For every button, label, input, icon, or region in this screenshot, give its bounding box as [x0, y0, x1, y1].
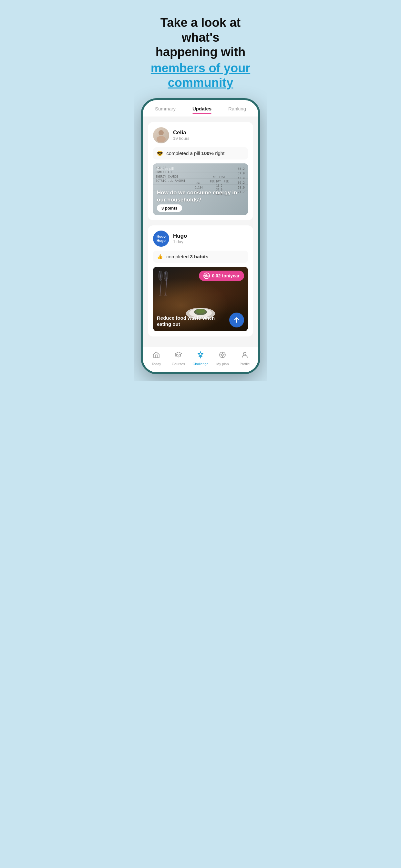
nav-profile[interactable]: Profile — [236, 351, 253, 366]
hugo-activity-habits: 3 habits — [190, 254, 209, 259]
courses-icon — [175, 351, 182, 361]
arrow-up-icon — [234, 317, 240, 323]
svg-point-1 — [157, 136, 166, 142]
celia-activity-emoji: 😎 — [157, 151, 163, 156]
profile-icon — [241, 351, 249, 361]
celia-time: 19 hours — [173, 136, 189, 141]
hugo-time: 1 day — [173, 239, 187, 244]
phone-inner: Summary Updates Ranking — [143, 100, 258, 372]
svg-point-11 — [221, 354, 223, 356]
course-card[interactable]: ACE OFRNMENT FEEENERGY CHARGEECTRIC...L … — [153, 163, 248, 215]
course-points: 3 points — [157, 205, 182, 212]
hugo-activity-text-pre: completed — [166, 254, 189, 259]
challenge-title: Reduce food waste when eating out — [157, 315, 219, 328]
tab-ranking[interactable]: Ranking — [228, 106, 246, 114]
tab-summary[interactable]: Summary — [155, 106, 176, 114]
svg-point-3 — [164, 271, 168, 281]
svg-text:CO₂: CO₂ — [206, 275, 209, 277]
post-card-celia: Celia 19 hours 😎 completed a pill 100% r… — [148, 122, 253, 220]
myplan-icon — [219, 351, 226, 361]
nav-challenge-label: Challenge — [192, 362, 209, 366]
cloud-icon: CO₂ — [204, 274, 209, 278]
hugo-activity-emoji: 👍 — [157, 254, 163, 259]
feed-content: Celia 19 hours 😎 completed a pill 100% r… — [143, 117, 258, 347]
home-icon — [152, 351, 160, 361]
hugo-activity: 👍 completed 3 habits — [153, 251, 248, 263]
avatar-person-icon — [155, 129, 167, 142]
nav-myplan[interactable]: My plan — [214, 351, 232, 366]
avatar-celia — [153, 127, 169, 144]
hero-section: Take a look at what's happening with mem… — [134, 0, 267, 98]
nav-myplan-label: My plan — [216, 362, 229, 366]
celia-activity-text: completed a pill 100% right — [166, 151, 224, 156]
nav-courses-label: Courses — [172, 362, 185, 366]
up-arrow-button[interactable] — [229, 313, 244, 328]
nav-challenge[interactable]: Challenge — [191, 351, 209, 366]
wine-glasses-icon — [157, 269, 176, 299]
nav-today[interactable]: Today — [148, 351, 165, 366]
co2-value: 0.02 ton/year — [212, 273, 240, 278]
hero-highlight: members of your community — [143, 61, 258, 90]
post-card-hugo: HugoHugo Hugo 1 day 👍 completed 3 habits — [148, 225, 253, 337]
nav-courses[interactable]: Courses — [169, 351, 187, 366]
celia-activity-bold: 100% — [202, 151, 214, 156]
tab-navigation: Summary Updates Ranking — [143, 100, 258, 117]
challenge-icon — [197, 351, 204, 361]
celia-activity: 😎 completed a pill 100% right — [153, 147, 248, 159]
svg-point-7 — [196, 309, 205, 314]
nav-profile-label: Profile — [240, 362, 250, 366]
avatar-hugo-text: HugoHugo — [157, 235, 166, 243]
avatar-hugo: HugoHugo — [153, 230, 169, 247]
avatar-image-celia — [153, 127, 169, 144]
challenge-bg: CO₂ 0.02 ton/year Reduce food waste when… — [153, 267, 248, 331]
phone-wrapper: Summary Updates Ranking — [134, 98, 267, 381]
post-user-hugo: HugoHugo Hugo 1 day — [153, 230, 248, 247]
co2-cloud-icon: CO₂ — [204, 273, 210, 279]
post-user-celia: Celia 19 hours — [153, 127, 248, 144]
svg-point-2 — [158, 271, 162, 281]
svg-point-0 — [158, 130, 164, 135]
course-title: How do we consume energy in our househol… — [157, 189, 244, 204]
bottom-navigation: Today Courses — [143, 347, 258, 372]
challenge-card[interactable]: CO₂ 0.02 ton/year Reduce food waste when… — [153, 267, 248, 331]
celia-name: Celia — [173, 129, 189, 136]
user-info-celia: Celia 19 hours — [173, 129, 189, 141]
course-label: Course pill — [157, 166, 174, 170]
phone-frame: Summary Updates Ranking — [141, 98, 260, 374]
tab-updates[interactable]: Updates — [192, 106, 212, 114]
co2-badge: CO₂ 0.02 ton/year — [199, 271, 244, 281]
user-info-hugo: Hugo 1 day — [173, 233, 187, 244]
nav-today-label: Today — [152, 362, 161, 366]
hero-title-line1: Take a look at what's happening with — [143, 16, 258, 60]
hugo-name: Hugo — [173, 233, 187, 239]
svg-point-16 — [243, 352, 246, 355]
